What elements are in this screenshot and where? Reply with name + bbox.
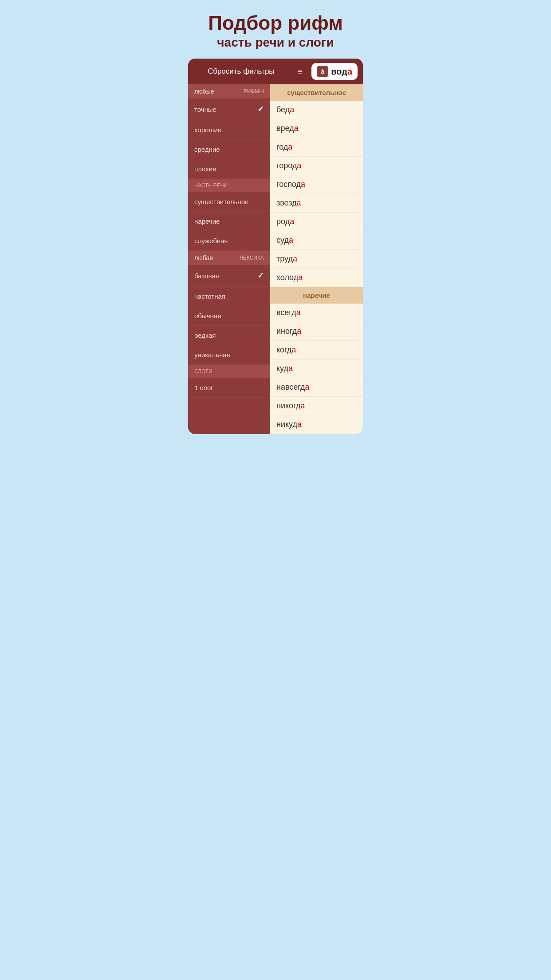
filter-lexics-frequent[interactable]: частотная bbox=[188, 287, 270, 306]
filter-rhymes-medium[interactable]: средние bbox=[188, 140, 270, 159]
filter-label: редкая bbox=[194, 332, 216, 339]
word-prefix: никуд bbox=[276, 420, 297, 429]
word-accent: а bbox=[305, 383, 310, 391]
word-prefix: всегд bbox=[276, 308, 296, 317]
word-accent: а bbox=[297, 198, 301, 207]
word-accent: а bbox=[300, 401, 305, 410]
rhyme-suda[interactable]: суда bbox=[270, 231, 363, 250]
right-panel: существительное беда вреда года города г… bbox=[270, 84, 363, 434]
word-accent: а bbox=[293, 254, 297, 263]
word-accent: а bbox=[289, 236, 293, 245]
word-prefix: никогд bbox=[276, 401, 300, 410]
word-prefix: иногд bbox=[276, 327, 297, 336]
pos-section-header: ЧАСТЬ РЕЧИ bbox=[188, 179, 270, 192]
word-accent: а bbox=[291, 345, 296, 354]
filter-pos-adverb[interactable]: наречие bbox=[188, 212, 270, 231]
filter-label: плохие bbox=[194, 165, 216, 173]
word-accent: а bbox=[290, 105, 294, 114]
word-accent: а bbox=[297, 327, 301, 336]
filter-label: хорошие bbox=[194, 126, 221, 134]
word-prefix: вред bbox=[276, 124, 294, 133]
word-prefix: господ bbox=[276, 180, 301, 189]
filter-lexics-rare[interactable]: редкая bbox=[188, 326, 270, 345]
rhymes-any-label: любые bbox=[194, 88, 214, 95]
lexics-label: ЛЕКСИКА bbox=[240, 255, 264, 261]
filter-pos-service[interactable]: служебная bbox=[188, 231, 270, 251]
accent-icon: á bbox=[317, 66, 328, 77]
word-prefix: холод bbox=[276, 273, 298, 282]
rhyme-nikuda[interactable]: никуда bbox=[270, 415, 363, 434]
word-prefix: труд bbox=[276, 254, 293, 263]
word-accent: а bbox=[297, 161, 301, 170]
word-accent: а bbox=[298, 273, 303, 282]
toolbar: Сбросить фильтры ≡ á вода bbox=[188, 59, 363, 84]
rhyme-roda[interactable]: рода bbox=[270, 213, 363, 231]
filter-label: обычная bbox=[194, 312, 221, 320]
rhyme-beda[interactable]: беда bbox=[270, 101, 363, 119]
syllables-section-header: СЛОГИ bbox=[188, 365, 270, 378]
rhyme-goroda[interactable]: города bbox=[270, 157, 363, 175]
filter-label: наречие bbox=[194, 217, 220, 225]
filter-label: служебная bbox=[194, 237, 228, 245]
rhymes-section-header: любые РИФМЫ bbox=[188, 84, 270, 99]
filter-label: точные bbox=[194, 106, 216, 113]
search-word: вода bbox=[331, 67, 352, 77]
word-accent: а bbox=[288, 364, 293, 373]
reset-filters-button[interactable]: Сбросить фильтры bbox=[193, 64, 289, 79]
filter-label: средние bbox=[194, 146, 220, 153]
word-accent: а bbox=[296, 308, 301, 317]
word-accent: а bbox=[301, 180, 305, 189]
page-title: Подбор рифм bbox=[193, 12, 358, 34]
rhyme-holoda[interactable]: холода bbox=[270, 269, 363, 287]
rhyme-vsegda[interactable]: всегда bbox=[270, 304, 363, 322]
word-prefix: суд bbox=[276, 236, 289, 245]
word-accent: а bbox=[294, 124, 299, 133]
word-prefix: вод bbox=[331, 67, 347, 76]
rhyme-navsegda[interactable]: навсегда bbox=[270, 378, 363, 397]
check-icon: ✓ bbox=[257, 271, 264, 281]
filter-pos-noun[interactable]: существительное bbox=[188, 192, 270, 212]
rhyme-zvezda[interactable]: звезда bbox=[270, 194, 363, 213]
adverb-section-header: наречие bbox=[270, 287, 363, 304]
word-accent: а bbox=[347, 67, 352, 76]
word-prefix: навсегд bbox=[276, 383, 305, 391]
word-prefix: когд bbox=[276, 345, 291, 354]
check-icon: ✓ bbox=[257, 104, 264, 114]
word-accent: а bbox=[290, 217, 294, 226]
filter-label: частотная bbox=[194, 292, 225, 300]
filter-syllables-1[interactable]: 1 слог bbox=[188, 378, 270, 398]
menu-button[interactable]: ≡ bbox=[293, 64, 307, 79]
word-prefix: звезд bbox=[276, 198, 297, 207]
word-accent: а bbox=[288, 142, 292, 151]
filter-lexics-common[interactable]: обычная bbox=[188, 306, 270, 326]
rhyme-gospoda[interactable]: господа bbox=[270, 175, 363, 194]
noun-section-header: существительное bbox=[270, 84, 363, 101]
word-badge[interactable]: á вода bbox=[311, 63, 358, 80]
rhyme-vreda[interactable]: вреда bbox=[270, 119, 363, 138]
filter-rhymes-good[interactable]: хорошие bbox=[188, 120, 270, 140]
word-prefix: год bbox=[276, 142, 288, 151]
header: Подбор рифм часть речи и слоги bbox=[184, 0, 367, 59]
filter-lexics-unique[interactable]: уникальная bbox=[188, 345, 270, 365]
filter-lexics-base[interactable]: базовая ✓ bbox=[188, 265, 270, 287]
rhyme-inogda[interactable]: иногда bbox=[270, 322, 363, 341]
pos-label: ЧАСТЬ РЕЧИ bbox=[194, 182, 228, 189]
filter-label: существительное bbox=[194, 198, 248, 205]
rhyme-goda[interactable]: года bbox=[270, 138, 363, 157]
main-container: Сбросить фильтры ≡ á вода любые РИФМЫ то… bbox=[188, 59, 363, 434]
filter-label: уникальная bbox=[194, 351, 230, 359]
rhyme-kuda[interactable]: куда bbox=[270, 360, 363, 378]
left-panel: любые РИФМЫ точные ✓ хорошие средние пло… bbox=[188, 84, 270, 434]
lexics-any-label: любая bbox=[194, 254, 213, 261]
filter-rhymes-bad[interactable]: плохие bbox=[188, 159, 270, 179]
filter-rhymes-exact[interactable]: точные ✓ bbox=[188, 99, 270, 120]
rhymes-label: РИФМЫ bbox=[244, 88, 264, 95]
rhyme-nikogda[interactable]: никогда bbox=[270, 397, 363, 415]
word-accent: а bbox=[297, 420, 302, 429]
page-subtitle: часть речи и слоги bbox=[193, 36, 358, 50]
syllables-label: СЛОГИ bbox=[194, 368, 213, 375]
rhyme-kogda[interactable]: когда bbox=[270, 341, 363, 360]
filter-label: 1 слог bbox=[194, 384, 213, 391]
rhyme-truda[interactable]: труда bbox=[270, 250, 363, 269]
word-prefix: город bbox=[276, 161, 297, 170]
